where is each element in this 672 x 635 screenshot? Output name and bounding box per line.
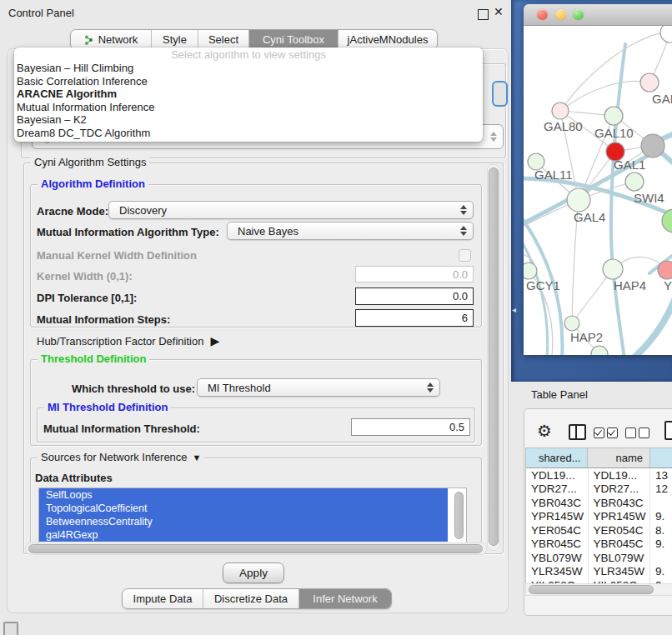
node-swi4[interactable] xyxy=(625,172,644,191)
settings-hscrollbar-thumb[interactable] xyxy=(28,544,483,553)
which-threshold-combo[interactable]: MI Threshold xyxy=(197,378,440,397)
cell[interactable]: YBR045C xyxy=(589,538,651,552)
settings-vscrollbar[interactable] xyxy=(487,164,500,551)
mac-zoom-button[interactable] xyxy=(573,9,584,20)
kernel-width-field[interactable]: 0.0 xyxy=(355,266,474,282)
minimized-panel-icon[interactable] xyxy=(3,622,18,635)
cell[interactable] xyxy=(650,551,672,565)
cell[interactable]: YBR043C xyxy=(589,496,651,510)
column-header-shared-name[interactable]: shared... xyxy=(526,448,588,468)
cell[interactable]: YER054C xyxy=(526,523,589,538)
tab-cyni-toolbox[interactable]: Cyni Toolbox xyxy=(248,30,338,49)
table-row[interactable]: YPR145W YPR145W 9. xyxy=(526,510,672,524)
cell[interactable]: YDR27... xyxy=(589,482,651,497)
settings-hscrollbar[interactable] xyxy=(25,542,487,555)
tab-infer-network[interactable]: Infer Network xyxy=(298,589,391,608)
table-row[interactable]: YBR043C YBR043C xyxy=(526,496,672,510)
algorithm-option[interactable]: Bayesian – K2 xyxy=(14,113,483,127)
network-canvas[interactable]: GAL80 GAL GAL10 GAL1 GAL11 SWI4 GAL4 GCY… xyxy=(524,26,672,355)
cell[interactable]: 12 xyxy=(650,482,672,497)
close-icon[interactable]: ✕ xyxy=(494,5,504,18)
hub-section-toggle[interactable]: Hub/Transcription Factor Definition ▶ xyxy=(37,334,219,348)
sources-group-title-wrap[interactable]: Sources for Network Inference ▼ xyxy=(38,451,204,463)
cell[interactable] xyxy=(650,496,672,510)
gear-icon[interactable]: ⚙ xyxy=(537,421,552,441)
deselect-all-icon[interactable] xyxy=(625,428,649,438)
table-row[interactable]: YDL19... YDL19... 13 xyxy=(526,468,672,482)
cell[interactable]: 13 xyxy=(650,468,672,482)
algorithm-option[interactable]: Mutual Information Inference xyxy=(14,101,483,114)
tab-network[interactable]: Network xyxy=(71,30,151,49)
mac-close-button[interactable] xyxy=(537,9,548,20)
node-unlabeled-top[interactable] xyxy=(660,26,672,42)
node-gcy1[interactable] xyxy=(524,262,537,279)
table-hscrollbar[interactable] xyxy=(525,583,672,596)
table-hscrollbar-thumb[interactable] xyxy=(529,585,654,594)
float-window-icon[interactable] xyxy=(478,9,489,20)
node-gray[interactable] xyxy=(641,134,664,158)
node-hap2[interactable] xyxy=(564,316,579,331)
tab-impute-data[interactable]: Impute Data xyxy=(123,589,203,608)
stepper-icon xyxy=(460,205,467,215)
table-row[interactable]: YER054C YER054C 8. xyxy=(526,523,672,538)
cell[interactable]: YER054C xyxy=(589,523,651,538)
node-gal80[interactable] xyxy=(552,102,569,119)
table-row[interactable]: YLR345W YLR345W 9. xyxy=(526,565,672,579)
table-row[interactable]: YBR045C YBR045C 9. xyxy=(526,538,672,552)
cell[interactable]: 9. xyxy=(650,510,672,524)
node-y-cut[interactable] xyxy=(658,261,672,279)
document-icon[interactable] xyxy=(664,421,672,440)
cell[interactable]: YPR145W xyxy=(589,510,651,524)
cell[interactable]: 9. xyxy=(650,565,672,579)
tab-discretize-data[interactable]: Discretize Data xyxy=(203,589,298,608)
list-vscrollbar-thumb[interactable] xyxy=(454,492,464,539)
cell[interactable]: 9. xyxy=(650,538,672,552)
aracne-mode-combo[interactable]: Discovery xyxy=(108,201,474,219)
list-item[interactable]: TopologicalCoefficient xyxy=(39,502,448,515)
column-selector-icon[interactable] xyxy=(569,424,586,440)
tab-style[interactable]: Style xyxy=(151,30,198,49)
list-item[interactable]: SelfLoops xyxy=(39,488,448,502)
dpi-tolerance-field[interactable]: 0.0 xyxy=(355,288,474,305)
mi-threshold-field[interactable]: 0.5 xyxy=(351,418,470,436)
algorithm-option-selected[interactable]: ARACNE Algorithm xyxy=(14,88,483,101)
column-header-cut[interactable] xyxy=(650,448,672,468)
cell[interactable]: YBL079W xyxy=(589,551,651,565)
cell[interactable]: YLR345W xyxy=(589,565,651,579)
cell[interactable]: YBR043C xyxy=(526,496,589,510)
node-gal4[interactable] xyxy=(567,188,590,212)
splitter-arrow-icon[interactable]: ◂ xyxy=(512,305,516,314)
cell[interactable]: YDR27... xyxy=(526,482,589,497)
cell[interactable]: YLR345W xyxy=(526,565,589,579)
algorithm-option[interactable]: Basic Correlation Inference xyxy=(14,75,483,88)
mi-steps-field[interactable]: 6 xyxy=(355,309,474,327)
tab-jactivemnodules[interactable]: jActiveMNodules xyxy=(338,30,437,49)
node-hap4[interactable] xyxy=(603,259,623,279)
mi-threshold-value: 0.5 xyxy=(449,421,464,433)
cell[interactable]: YDL19... xyxy=(526,468,589,482)
network-window-titlebar[interactable] xyxy=(524,4,672,26)
algorithm-option[interactable]: Bayesian – Hill Climbing xyxy=(14,62,483,75)
list-item[interactable]: BetweennessCentrality xyxy=(39,515,448,528)
table-row[interactable]: YDR27... YDR27... 12 xyxy=(526,482,672,497)
tab-select[interactable]: Select xyxy=(198,30,248,49)
node-gal-cut[interactable] xyxy=(640,73,659,92)
cell[interactable]: YPR145W xyxy=(526,510,589,524)
mac-minimize-button[interactable] xyxy=(555,9,566,20)
cell[interactable]: YBL079W xyxy=(526,551,589,565)
stepper-icon xyxy=(490,132,497,142)
cell[interactable]: YDL19... xyxy=(589,468,651,482)
manual-kernel-checkbox[interactable] xyxy=(459,249,471,262)
select-all-icon[interactable] xyxy=(594,428,618,438)
mi-type-combo[interactable]: Naive Bayes xyxy=(227,222,474,240)
list-item[interactable]: gal4RGexp xyxy=(39,528,448,542)
cell[interactable]: 8. xyxy=(650,523,672,538)
focused-combo-fragment[interactable] xyxy=(492,81,508,107)
settings-vscrollbar-thumb[interactable] xyxy=(489,168,499,546)
apply-button[interactable]: Apply xyxy=(223,562,284,583)
table-row[interactable]: YBL079W YBL079W xyxy=(526,551,672,565)
node-gal10[interactable] xyxy=(604,107,623,125)
cell[interactable]: YBR045C xyxy=(526,538,589,552)
algorithm-option[interactable]: Dream8 DC_TDC Algorithm xyxy=(14,127,483,140)
column-header-name[interactable]: name xyxy=(588,448,649,468)
